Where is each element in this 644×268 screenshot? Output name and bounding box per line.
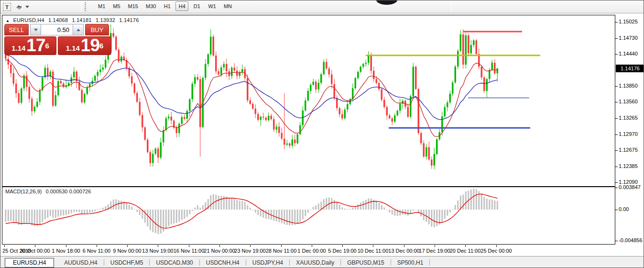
- macd-axis-label: -0.004856: [619, 237, 643, 243]
- time-axis-tick: [496, 245, 497, 247]
- macd-panel[interactable]: MACD(12,26,9) 0.000530 0.000726: [2, 187, 615, 245]
- price-axis-tick: [615, 22, 618, 22]
- price-axis-label: 1.12385: [619, 163, 638, 169]
- buy-price-point: 6: [99, 37, 103, 55]
- price-axis-tick: [615, 182, 618, 183]
- volume-input[interactable]: [41, 24, 73, 35]
- time-axis-tick: [281, 245, 282, 247]
- time-axis-tick: [158, 245, 158, 247]
- arrange-arrows-icon[interactable]: [15, 3, 23, 11]
- sell-button[interactable]: SELL: [4, 24, 29, 35]
- chart-tab-eurusd[interactable]: EURUSD,H4: [5, 258, 54, 268]
- time-axis-tick: [435, 245, 435, 247]
- timeframe-button-m30[interactable]: M30: [143, 1, 159, 11]
- timeframe-button-h1[interactable]: H1: [161, 1, 174, 11]
- macd-histogram: [5, 189, 498, 234]
- current-price-tag: 1.14176: [616, 65, 644, 72]
- screen-blob: [376, 0, 397, 5]
- time-axis[interactable]: 25 Oct 201830 Oct 00:001 Nov 18:006 Nov …: [2, 245, 615, 256]
- chart-tab-gbpusd[interactable]: GBPUSD,M15: [341, 258, 390, 268]
- sell-price-pips: 17: [26, 37, 45, 53]
- chart-symbol-period: EURUSD,H4: [13, 17, 44, 23]
- price-axis-label: 1.13560: [619, 99, 638, 104]
- buy-button[interactable]: BUY: [85, 24, 109, 35]
- timeframe-button-w1[interactable]: W1: [205, 1, 219, 11]
- one-click-trade-widget: SELL BUY 1.14 17 6 1.14 19 6: [4, 24, 111, 55]
- toolbar-separator: [81, 2, 81, 11]
- timeframe-button-d1[interactable]: D1: [190, 1, 203, 11]
- macd-axis-tick: [615, 188, 618, 188]
- volume-increase-button[interactable]: [73, 24, 84, 35]
- timeframe-button-h4[interactable]: H4: [175, 1, 188, 11]
- buy-price-prefix: 1.14: [66, 44, 80, 53]
- chart-tab-usdchf[interactable]: USDCHF,M5: [104, 258, 150, 268]
- price-axis-label: 1.12675: [619, 147, 638, 153]
- price-axis-tick: [615, 118, 618, 119]
- time-axis-tick: [219, 245, 220, 247]
- chart-tab-audusd[interactable]: AUDUSD,H4: [58, 258, 103, 268]
- text-tool-icon[interactable]: T: [3, 3, 11, 11]
- sell-price-panel[interactable]: 1.14 17 6: [4, 36, 56, 55]
- tab-separator: [429, 259, 430, 266]
- time-axis-tick: [127, 245, 128, 247]
- ohlc-high: 1.14181: [72, 17, 91, 23]
- timeframe-button-mn[interactable]: MN: [221, 1, 235, 11]
- ohlc-open: 1.14068: [48, 17, 68, 23]
- sell-price-prefix: 1.14: [11, 44, 25, 53]
- volume-decrease-button[interactable]: [30, 24, 41, 35]
- up-arrow-icon: [76, 29, 80, 31]
- dropdown-caret-icon[interactable]: [25, 6, 29, 8]
- price-axis-label: 1.12970: [619, 131, 638, 137]
- trade-buttons-row: SELL BUY: [4, 24, 111, 35]
- price-axis-label: 1.14730: [619, 35, 638, 41]
- timeframe-button-m15[interactable]: M15: [125, 1, 141, 11]
- time-axis-label: 25 Dec 00:00: [474, 248, 518, 254]
- time-axis-tick: [4, 245, 5, 247]
- price-axis-tick: [615, 102, 618, 102]
- timeframe-button-m1[interactable]: M1: [95, 1, 108, 11]
- price-axis-label: 1.15025: [619, 19, 638, 24]
- macd-axis-label: 0.00: [619, 206, 629, 212]
- timeframe-button-m5[interactable]: M5: [110, 1, 123, 11]
- buy-price-pips: 19: [81, 37, 99, 53]
- time-axis-tick: [312, 245, 312, 247]
- chart-tab-usdcnh[interactable]: USDCNH,H4: [200, 258, 246, 268]
- time-axis-tick: [342, 245, 343, 247]
- chart-tab-usdcad[interactable]: USDCAD,M30: [150, 258, 199, 268]
- price-axis-tick: [615, 134, 618, 135]
- macd-axis-tick: [615, 241, 618, 241]
- price-axis-tick: [615, 167, 618, 167]
- price-axis-tick: [615, 150, 618, 151]
- chart-tab-sp500[interactable]: SP500,H1: [391, 258, 430, 268]
- macd-axis-tick: [615, 210, 618, 210]
- price-axis-tick: [615, 86, 618, 87]
- terminal-window: T M1M5M15M30H1H4D1W1MN ▲ EURUSD,H4 1.140…: [0, 0, 644, 268]
- buy-price-panel[interactable]: 1.14 19 6: [58, 36, 111, 55]
- price-axis-tick: [615, 38, 618, 39]
- price-axis-label: 1.14440: [619, 51, 638, 56]
- price-axis-tick: [615, 54, 618, 55]
- chart-tabs-bar: EURUSD,H4AUDUSD,H4USDCHF,M5USDCAD,M30USD…: [0, 256, 644, 268]
- ohlc-close: 1.14176: [119, 17, 139, 23]
- time-axis-tick: [373, 245, 373, 247]
- macd-chart[interactable]: [2, 187, 615, 244]
- time-axis-tick: [404, 245, 404, 247]
- macd-axis-label: 0.003847: [619, 184, 641, 190]
- macd-title: MACD(12,26,9) 0.000530 0.000726: [5, 189, 93, 194]
- down-arrow-icon: [34, 29, 38, 31]
- price-axis-label: 1.13265: [619, 115, 638, 121]
- chart-tab-xauusd[interactable]: XAUUSD,Daily: [290, 258, 340, 268]
- top-toolbar: T M1M5M15M30H1H4D1W1MN: [0, 0, 644, 13]
- macd-values: 0.000530 0.000726: [45, 189, 91, 194]
- chart-tab-usdjpy[interactable]: USDJPY,H4: [246, 258, 289, 268]
- timeframe-buttons: M1M5M15M30H1H4D1W1MN: [95, 1, 235, 11]
- time-axis-tick: [465, 245, 466, 247]
- toolbar-separator-2: [451, 2, 451, 11]
- collapse-panel-icon[interactable]: ▲: [6, 19, 10, 23]
- time-axis-tick: [189, 245, 189, 247]
- time-axis-tick: [250, 245, 251, 247]
- ohlc-low: 1.13932: [96, 17, 115, 23]
- time-axis-tick: [97, 245, 97, 247]
- toolbar-grip[interactable]: [85, 2, 86, 11]
- price-chart-panel[interactable]: ▲ EURUSD,H4 1.14068 1.14181 1.13932 1.14…: [2, 15, 615, 187]
